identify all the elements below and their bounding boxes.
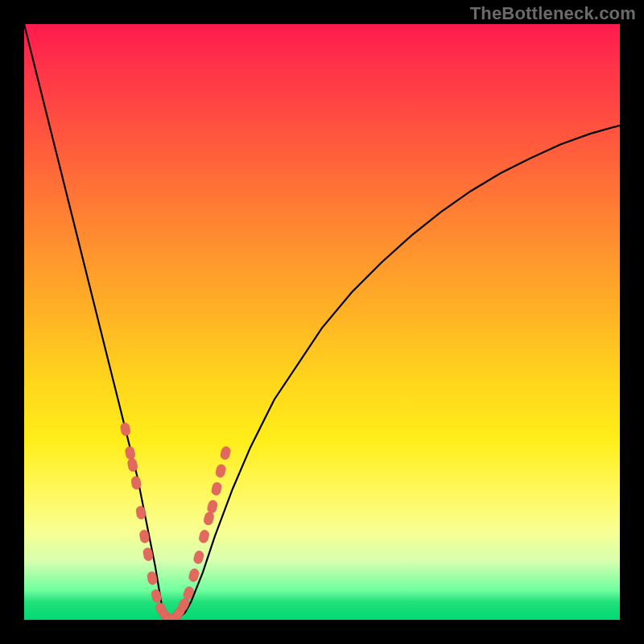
- curve-marker: [120, 422, 131, 436]
- curve-marker: [220, 446, 232, 460]
- curve-marker: [125, 446, 136, 460]
- curve-marker: [198, 529, 210, 543]
- curve-marker: [135, 506, 146, 519]
- curve-marker: [203, 511, 215, 526]
- curve-marker: [192, 550, 204, 564]
- bottleneck-curve: [24, 24, 620, 619]
- curve-marker: [188, 568, 200, 582]
- marker-group: [120, 422, 232, 620]
- curve-marker: [207, 499, 219, 514]
- curve-marker: [130, 476, 142, 490]
- curve-marker: [211, 481, 222, 496]
- curve-marker: [215, 464, 227, 478]
- watermark-text: TheBottleneck.com: [470, 3, 636, 24]
- chart-plot-area: [24, 24, 620, 620]
- chart-svg: [24, 24, 620, 620]
